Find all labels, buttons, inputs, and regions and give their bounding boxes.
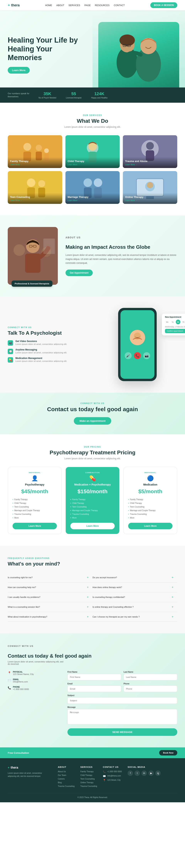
contact-physical-value: 123 Street Name, City [13, 673, 34, 675]
faq-item-2[interactable]: How can counseling help me? + [8, 583, 92, 592]
service-card-2[interactable]: Trauma and Abuse Learn More → [123, 135, 177, 168]
apt-confirm[interactable]: Confirm Appointment [165, 329, 185, 333]
facebook-icon[interactable]: f [128, 771, 133, 776]
form-group-phone: Phone [124, 683, 177, 692]
nav-cta-button[interactable]: BOOK A SESSION [150, 2, 177, 8]
about-tag: ABOUT US [65, 236, 177, 240]
faq-item-7[interactable]: Is online therapy and Counseling effecti… [92, 602, 177, 612]
pricing-item-1-3: Marriage and Couple Therapy [70, 509, 115, 512]
linkedin-icon[interactable]: in [142, 771, 147, 776]
faq-item-8[interactable]: What about medication in psychotherapy? … [8, 612, 92, 622]
twitter-icon[interactable]: t [134, 771, 140, 776]
faq-expand-icon-8: + [87, 615, 89, 619]
pricing-cta-0[interactable]: Learn More [12, 523, 57, 529]
nav-about[interactable]: ABOUT [56, 4, 64, 7]
phone-video-button[interactable]: 📷 [143, 352, 150, 359]
faq-item-0[interactable]: Is counseling right for me? + [8, 572, 92, 583]
message-textarea[interactable] [67, 709, 177, 724]
phone-input[interactable] [124, 685, 177, 692]
footer-service-link-3[interactable]: Online Therapy [80, 781, 97, 784]
faq-item-9[interactable]: Can I choose my therapist as per my own … [92, 612, 177, 622]
stat-item-1: 55 Licensed therapist [66, 91, 82, 99]
service-link-3[interactable]: Learn More → [10, 199, 60, 202]
service-card-1[interactable]: Child Therapy Learn More → [65, 135, 120, 168]
nav-page[interactable]: PAGE [84, 4, 91, 7]
phone-mute-button[interactable]: 🎤 [125, 352, 132, 359]
feature-text-2: Medication Management Lorem ipsum dolor … [16, 357, 67, 362]
pricing-tag: OUR PRICING [8, 446, 177, 448]
firstname-input[interactable] [67, 674, 121, 680]
service-link-0[interactable]: Learn More → [10, 163, 60, 166]
footer-about-link-4[interactable]: Trauma Counseling [58, 785, 74, 787]
footer-cta-button[interactable]: Book Now [159, 750, 177, 755]
pricing-cta-2[interactable]: Learn More [128, 523, 173, 529]
contact-info-items: 📍 PHYSICAL 123 Street Name, City ✉️ EMAI… [8, 671, 58, 690]
service-link-2[interactable]: Learn More → [125, 163, 175, 166]
service-card-3[interactable]: Teen Counseling Learn More → [8, 171, 62, 204]
footer-about-link-2[interactable]: Careers [58, 778, 74, 780]
faq-title: What's on your mind? [8, 561, 177, 567]
about-cta-button[interactable]: Get Appointment [65, 270, 93, 276]
footer-service-link-0[interactable]: Family Therapy [80, 771, 97, 773]
faq-expand-icon-3: + [172, 586, 174, 589]
stat-label-2: Happy and Healthy [91, 97, 107, 99]
footer-about-title: ABOUT [58, 766, 74, 768]
footer-about-link-3[interactable]: Blog [58, 781, 74, 784]
subject-input[interactable] [67, 697, 177, 704]
lastname-input[interactable] [124, 674, 177, 680]
faq-item-5[interactable]: Is counseling therapy confidential? + [92, 592, 177, 602]
feature-text-0: Get Video Sessions Lorem ipsum dolor sit… [16, 340, 67, 345]
form-submit-button[interactable]: SEND MESSAGE [67, 728, 177, 736]
service-title-0: Family Therapy [10, 160, 28, 163]
contact-banner-button[interactable]: Make an Appointment [74, 417, 112, 425]
about-text: ABOUT US Making an Impact Across the Glo… [65, 236, 177, 276]
appointment-card: New Appointment Mo Tu We Th Fr Wednesday… [162, 314, 185, 336]
svg-rect-46 [43, 239, 55, 254]
footer-service-link-1[interactable]: Child Therapy [80, 774, 97, 776]
instagram-icon[interactable]: ig [155, 771, 161, 776]
service-card-4[interactable]: Marriage Therapy Learn More → [65, 171, 120, 204]
pricing-item-0-5: More [12, 516, 57, 520]
faq-item-3[interactable]: How does online therapy work? + [92, 583, 177, 592]
faq-item-4[interactable]: I can usually handle my problems? + [8, 592, 92, 602]
pricing-item-0-3: Marriage and Couple Therapy [12, 509, 57, 512]
message-icon: 💬 [8, 349, 13, 354]
faq-item-6[interactable]: What is a counseling session like? + [8, 602, 92, 612]
svg-point-21 [146, 142, 154, 150]
stat-number-0: 35K [38, 91, 56, 96]
service-card-5[interactable]: Online Therapy Learn More → [123, 171, 177, 204]
logo-text: thera [11, 3, 20, 7]
location-icon: 📍 [8, 671, 11, 674]
contact-banner-tag: CONNECT WITH US [8, 402, 177, 404]
footer-col-services: SERVICES Family Therapy Child Therapy Te… [80, 766, 97, 787]
pricing-item-2-1: Child Therapy [128, 501, 173, 505]
service-overlay-4: Marriage Therapy Learn More → [65, 193, 120, 204]
footer-about-link-0[interactable]: About Us [58, 771, 74, 773]
footer-social-title: SOCIAL MEDIA [128, 766, 161, 768]
nav-services[interactable]: SERVICES [69, 4, 80, 7]
talk-text: CONNECT WITH US Talk To A Psychologist 📹… [8, 327, 88, 363]
svg-rect-45 [25, 254, 40, 273]
pricing-cta-1[interactable]: Learn More [70, 523, 115, 529]
footer-about-link-1[interactable]: Our Team [58, 774, 74, 776]
talk-title: Talk To A Psychologist [8, 330, 88, 336]
nav-resources[interactable]: RESOURCES [95, 4, 110, 7]
stats-bar: Our numbers speak for themselves 35K No … [0, 88, 185, 103]
contact-phone-value: +1 800 000 0000 [13, 688, 29, 690]
nav-contact[interactable]: CONTACT [114, 4, 125, 7]
pricing-subtitle: Lorem ipsum dolor sit amet, consectetur … [44, 457, 141, 460]
service-link-5[interactable]: Learn More → [125, 199, 175, 202]
youtube-icon[interactable]: ▶ [148, 771, 154, 776]
service-link-4[interactable]: Learn More → [68, 199, 118, 202]
footer-service-link-2[interactable]: Teen Counseling [80, 778, 97, 780]
hero-cta-button[interactable]: Learn More [8, 67, 30, 73]
phone-end-button[interactable]: 📞 [134, 352, 141, 359]
faq-item-1[interactable]: Do you accept insurance? + [92, 572, 177, 583]
email-input[interactable] [67, 685, 121, 692]
nav-home[interactable]: HOME [45, 4, 52, 7]
service-link-1[interactable]: Learn More → [68, 163, 118, 166]
footer-service-link-4[interactable]: Trauma Counseling [80, 785, 97, 787]
pricing-title: Psychotherapy Treatment Pricing [8, 450, 177, 456]
apt-day-2[interactable]: We [176, 320, 180, 324]
service-card-0[interactable]: Family Therapy Learn More → [8, 135, 62, 168]
